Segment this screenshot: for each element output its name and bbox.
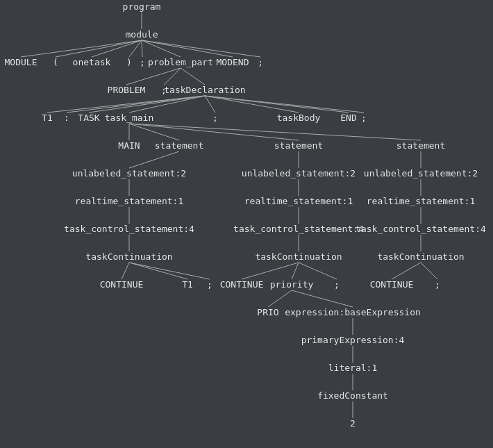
svg-line-19 — [205, 96, 364, 113]
svg-line-5 — [142, 40, 142, 57]
tree-node-program: program — [123, 1, 161, 12]
tree-node-realtime2: realtime_statement:1 — [244, 196, 353, 206]
svg-line-22 — [129, 124, 299, 140]
svg-line-21 — [129, 124, 179, 140]
tree-node-semi1: ; — [140, 57, 145, 67]
svg-line-4 — [129, 40, 142, 57]
tree-node-taskCont2: taskContinuation — [255, 251, 342, 262]
tree-node-realtime3: realtime_statement:1 — [367, 196, 476, 206]
tree-node-taskctrl3: task_control_statement:4 — [356, 224, 486, 234]
tree-node-semi8: ; — [435, 279, 440, 290]
tree-node-unlabeled3: unlabeled_statement:2 — [364, 168, 478, 179]
tree-node-semi2: ; — [258, 57, 263, 67]
tree-node-PROBLEM: PROBLEM — [108, 85, 146, 95]
svg-line-6 — [142, 40, 181, 57]
tree-node-unlabeled2: unlabeled_statement:2 — [242, 168, 356, 179]
svg-line-23 — [129, 124, 421, 140]
tree-node-statement3: statement — [396, 140, 445, 151]
tree-node-CONTINUE2: CONTINUE — [220, 279, 264, 290]
tree-node-taskDeclaration: taskDeclaration — [164, 85, 245, 95]
tree-node-CONTINUE3: CONTINUE — [370, 279, 414, 290]
tree-node-realtime1: realtime_statement:1 — [75, 196, 184, 206]
svg-line-38 — [129, 263, 210, 279]
tree-node-baseExpr: expression:baseExpression — [285, 307, 421, 317]
svg-line-36 — [122, 263, 129, 279]
tree-node-primaryExpr: primaryExpression:4 — [301, 335, 405, 345]
tree-node-taskCont1: taskContinuation — [85, 251, 172, 262]
svg-line-1 — [21, 40, 142, 57]
tree-node-semi5: ; — [361, 113, 367, 123]
svg-line-17 — [205, 96, 299, 113]
svg-line-3 — [92, 40, 142, 57]
tree-node-TASK: TASK — [78, 113, 99, 123]
svg-line-12 — [47, 96, 205, 113]
svg-line-16 — [205, 96, 215, 113]
tree-node-T1: T1 — [42, 113, 53, 123]
tree-node-priority: priority — [270, 279, 314, 290]
tree-node-CONTINUE1: CONTINUE — [100, 279, 144, 290]
svg-line-15 — [129, 96, 205, 113]
tree-node-fixedConstant: fixedConstant — [317, 390, 388, 401]
svg-line-14 — [89, 96, 205, 113]
tree-node-task_main: task_main — [105, 113, 153, 123]
tree-node-two: 2 — [350, 418, 356, 429]
tree-node-taskCont3: taskContinuation — [377, 251, 464, 262]
tree-node-onetask: onetask — [73, 57, 111, 67]
svg-line-37 — [129, 263, 187, 279]
svg-line-24 — [129, 151, 179, 168]
svg-line-9 — [126, 68, 181, 85]
svg-line-41 — [299, 263, 337, 279]
svg-line-8 — [142, 40, 260, 57]
tree-node-statement1: statement — [155, 140, 203, 151]
tree-node-semi4: ; — [212, 113, 218, 123]
tree-node-literal: literal:1 — [328, 363, 377, 373]
tree-node-END: END — [340, 113, 356, 123]
svg-line-2 — [56, 40, 142, 57]
tree-node-PRIO: PRIO — [257, 307, 278, 317]
svg-line-44 — [268, 290, 292, 307]
svg-line-45 — [292, 290, 353, 307]
svg-line-11 — [181, 68, 205, 85]
svg-line-42 — [392, 263, 421, 279]
svg-line-10 — [164, 68, 181, 85]
tree-node-statement2: statement — [274, 140, 323, 151]
svg-line-18 — [205, 96, 349, 113]
svg-line-43 — [421, 263, 437, 279]
tree-node-colon1: : — [64, 113, 69, 123]
tree-node-MODULE: MODULE — [5, 57, 37, 67]
tree-node-semi7: ; — [334, 279, 340, 290]
tree-node-T1b: T1 — [182, 279, 193, 290]
tree-node-MODEND: MODEND — [217, 57, 249, 67]
tree-node-semi6: ; — [207, 279, 212, 290]
tree-node-module: module — [126, 29, 158, 40]
svg-line-7 — [142, 40, 233, 57]
tree-node-problem_part: problem_part — [148, 57, 213, 67]
tree-node-rparen: ) — [126, 57, 132, 67]
tree-node-MAIN: MAIN — [118, 140, 140, 151]
tree-node-lparen: ( — [53, 57, 58, 67]
tree-container: programmoduleMODULE(onetask);problem_par… — [0, 0, 493, 448]
tree-node-taskBody: taskBody — [277, 113, 321, 123]
svg-line-40 — [292, 263, 299, 279]
tree-node-taskctrl1: task_control_statement:4 — [64, 224, 194, 234]
tree-node-unlabeled1: unlabeled_statement:2 — [72, 168, 186, 179]
svg-line-13 — [67, 96, 205, 113]
tree-node-taskctrl2: task_control_statement:4 — [233, 224, 364, 234]
svg-line-39 — [242, 263, 299, 279]
